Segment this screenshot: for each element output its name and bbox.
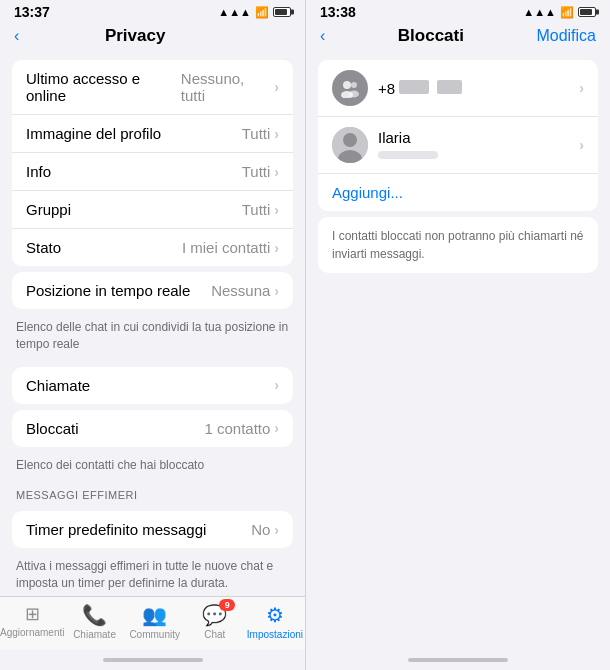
privacy-value-1: Tutti › bbox=[242, 125, 279, 142]
privacy-label-3: Gruppi bbox=[26, 201, 71, 218]
blocked-contact-0[interactable]: +8 › bbox=[318, 60, 598, 117]
blocked-info-box: I contatti bloccati non potranno più chi… bbox=[318, 217, 598, 273]
left-content: Ultimo accesso e online Nessuno, tutti ›… bbox=[0, 54, 305, 596]
blocked-sub-1 bbox=[378, 148, 579, 162]
signal-icon-right: ▲▲▲ bbox=[523, 6, 556, 18]
community-icon: 👥 bbox=[142, 603, 167, 627]
realtime-section: Posizione in tempo reale Nessuna › bbox=[12, 272, 293, 309]
privacy-label-1: Immagine del profilo bbox=[26, 125, 161, 142]
realtime-chevron: › bbox=[274, 283, 279, 299]
aggiornamenti-icon: ⊞ bbox=[25, 603, 40, 625]
privacy-section: Ultimo accesso e online Nessuno, tutti ›… bbox=[12, 60, 293, 266]
redacted-2 bbox=[437, 80, 462, 94]
impostazioni-icon: ⚙ bbox=[266, 603, 284, 627]
timer-chevron: › bbox=[274, 522, 279, 538]
calls-label: Chiamate bbox=[26, 377, 90, 394]
calls-chevron: › bbox=[274, 377, 279, 393]
signal-icon: ▲▲▲ bbox=[218, 6, 251, 18]
timer-item[interactable]: Timer predefinito messaggi No › bbox=[12, 511, 293, 548]
battery-icon-right bbox=[578, 7, 596, 17]
status-icons-left: ▲▲▲ 📶 bbox=[218, 6, 291, 19]
redacted-1 bbox=[399, 80, 429, 94]
battery-icon bbox=[273, 7, 291, 17]
tab-impostazioni[interactable]: ⚙ Impostazioni bbox=[245, 603, 305, 640]
chat-badge: 9 bbox=[219, 599, 235, 611]
right-panel: 13:38 ▲▲▲ 📶 ‹ Bloccati Modifica bbox=[305, 0, 610, 670]
tab-chat[interactable]: 💬 9 Chat bbox=[185, 603, 245, 640]
back-button-right[interactable]: ‹ bbox=[320, 27, 325, 45]
avatar-ilaria bbox=[332, 127, 368, 163]
status-bar-right: 13:38 ▲▲▲ 📶 bbox=[306, 0, 610, 22]
chevron-icon-1: › bbox=[274, 126, 279, 142]
home-bar-right bbox=[408, 658, 508, 662]
chiamate-icon: 📞 bbox=[82, 603, 107, 627]
chevron-icon-4: › bbox=[274, 240, 279, 256]
privacy-item-3[interactable]: Gruppi Tutti › bbox=[12, 191, 293, 229]
realtime-value: Nessuna › bbox=[211, 282, 279, 299]
privacy-item-1[interactable]: Immagine del profilo Tutti › bbox=[12, 115, 293, 153]
home-indicator-left bbox=[0, 650, 305, 670]
status-bar-left: 13:37 ▲▲▲ 📶 bbox=[0, 0, 305, 22]
chevron-icon-0: › bbox=[274, 79, 279, 95]
privacy-label-2: Info bbox=[26, 163, 51, 180]
community-label: Community bbox=[129, 629, 180, 640]
privacy-item-4[interactable]: Stato I miei contatti › bbox=[12, 229, 293, 266]
blocked-list-section: +8 › Ilaria bbox=[318, 60, 598, 211]
modifica-button[interactable]: Modifica bbox=[536, 27, 596, 45]
realtime-label: Posizione in tempo reale bbox=[26, 282, 190, 299]
right-content: +8 › Ilaria bbox=[306, 54, 610, 356]
svg-point-3 bbox=[349, 91, 359, 98]
timer-section: Timer predefinito messaggi No › bbox=[12, 511, 293, 548]
chevron-blocked-1: › bbox=[579, 137, 584, 153]
tab-community[interactable]: 👥 Community bbox=[125, 603, 185, 640]
add-link[interactable]: Aggiungi... bbox=[332, 184, 403, 201]
timer-subtitle: Attiva i messaggi effimeri in tutte le n… bbox=[0, 554, 305, 596]
privacy-value-0: Nessuno, tutti › bbox=[181, 70, 279, 104]
tab-aggiornamenti[interactable]: ⊞ Aggiornamenti bbox=[0, 603, 64, 640]
calls-item[interactable]: Chiamate › bbox=[12, 367, 293, 404]
privacy-value-3: Tutti › bbox=[242, 201, 279, 218]
status-icons-right: ▲▲▲ 📶 bbox=[523, 6, 596, 19]
privacy-label-4: Stato bbox=[26, 239, 61, 256]
page-title-right: Bloccati bbox=[398, 26, 464, 46]
chiamate-label: Chiamate bbox=[73, 629, 116, 640]
blocked-value: 1 contatto › bbox=[204, 420, 279, 437]
wifi-icon-right: 📶 bbox=[560, 6, 574, 19]
blocked-contact-1[interactable]: Ilaria › bbox=[318, 117, 598, 174]
wifi-icon: 📶 bbox=[255, 6, 269, 19]
blocked-subtitle: Elenco dei contatti che hai bloccato bbox=[0, 453, 305, 482]
blocked-label: Bloccati bbox=[26, 420, 79, 437]
realtime-item[interactable]: Posizione in tempo reale Nessuna › bbox=[12, 272, 293, 309]
timer-value: No › bbox=[251, 521, 279, 538]
calls-section: Chiamate › bbox=[12, 367, 293, 404]
privacy-item-0[interactable]: Ultimo accesso e online Nessuno, tutti › bbox=[12, 60, 293, 115]
back-button-left[interactable]: ‹ bbox=[14, 27, 19, 45]
svg-point-5 bbox=[343, 133, 357, 147]
blocked-info-1: Ilaria bbox=[378, 129, 579, 162]
privacy-label-0: Ultimo accesso e online bbox=[26, 70, 181, 104]
time-right: 13:38 bbox=[320, 4, 356, 20]
time-left: 13:37 bbox=[14, 4, 50, 20]
tab-chiamate[interactable]: 📞 Chiamate bbox=[64, 603, 124, 640]
blocked-item[interactable]: Bloccati 1 contatto › bbox=[12, 410, 293, 447]
tab-bar: ⊞ Aggiornamenti 📞 Chiamate 👥 Community 💬… bbox=[0, 596, 305, 650]
timer-label: Timer predefinito messaggi bbox=[26, 521, 206, 538]
privacy-value-4: I miei contatti › bbox=[182, 239, 279, 256]
realtime-subtitle: Elenco delle chat in cui condividi la tu… bbox=[0, 315, 305, 361]
blocked-name-1: Ilaria bbox=[378, 129, 579, 146]
impostazioni-label: Impostazioni bbox=[247, 629, 303, 640]
svg-point-0 bbox=[343, 81, 351, 89]
chat-badge-wrapper: 💬 9 bbox=[202, 603, 227, 627]
chevron-blocked-0: › bbox=[579, 80, 584, 96]
nav-bar-right: ‹ Bloccati Modifica bbox=[306, 22, 610, 54]
home-indicator-right bbox=[306, 650, 610, 670]
privacy-item-2[interactable]: Info Tutti › bbox=[12, 153, 293, 191]
add-contact-item[interactable]: Aggiungi... bbox=[318, 174, 598, 211]
home-bar-left bbox=[103, 658, 203, 662]
chat-label: Chat bbox=[204, 629, 225, 640]
left-panel: 13:37 ▲▲▲ 📶 ‹ Privacy Ultimo accesso e o… bbox=[0, 0, 305, 670]
svg-point-1 bbox=[351, 82, 357, 88]
chevron-icon-3: › bbox=[274, 202, 279, 218]
privacy-value-2: Tutti › bbox=[242, 163, 279, 180]
blocked-section: Bloccati 1 contatto › bbox=[12, 410, 293, 447]
